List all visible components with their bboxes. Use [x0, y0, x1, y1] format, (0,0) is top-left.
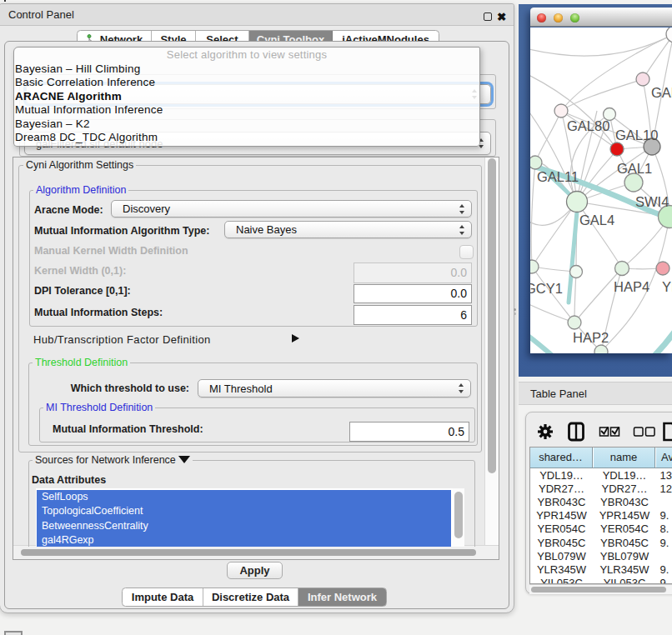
svg-text:SWI4: SWI4 [635, 194, 669, 209]
svg-text:HAP2: HAP2 [573, 330, 609, 345]
svg-text:HAP4: HAP4 [614, 279, 649, 294]
svg-text:GAL4: GAL4 [579, 212, 614, 228]
svg-text:YM: YM [662, 279, 672, 294]
svg-text:GAL10: GAL10 [615, 128, 658, 142]
svg-text:GAL11: GAL11 [537, 169, 579, 184]
svg-text:GAL80: GAL80 [567, 118, 609, 133]
svg-text:GAL2: GAL2 [651, 85, 672, 100]
svg-text:GAL1: GAL1 [617, 161, 652, 176]
svg-text:GCY1: GCY1 [530, 281, 563, 296]
